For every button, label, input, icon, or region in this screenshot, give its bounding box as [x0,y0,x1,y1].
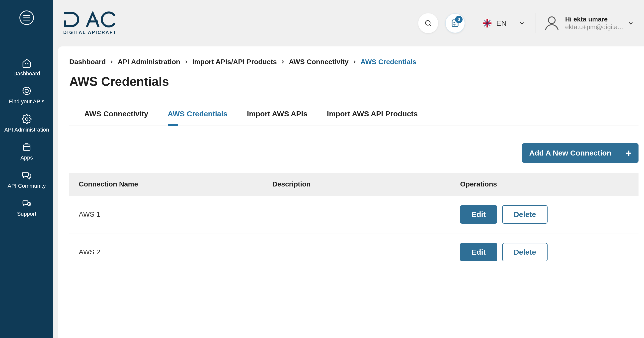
sidebar-nav: Dashboard Find your APIs API Administrat… [0,57,53,217]
table-row: AWS 2 Edit Delete [69,233,638,271]
search-button[interactable] [418,13,438,33]
tab-aws-credentials[interactable]: AWS Credentials [168,110,228,126]
sidebar-item-label: Dashboard [13,70,40,77]
tab-import-aws-apis[interactable]: Import AWS APIs [247,110,308,126]
sidebar-item-support[interactable]: Support [14,198,39,217]
breadcrumb: Dashboard API Administration Import APIs… [69,58,638,66]
sidebar-item-apps[interactable]: Apps [18,141,36,161]
tab-aws-connectivity[interactable]: AWS Connectivity [84,110,148,126]
language-label: EN [496,19,507,28]
user-menu[interactable]: Hi ekta umare ekta.u+pm@digita... [543,14,634,32]
connections-table: Connection Name Description Operations A… [69,173,638,271]
menu-toggle-button[interactable] [20,11,34,25]
sidebar-item-label: API Community [8,183,46,189]
gear-icon [21,114,32,125]
chevron-down-icon [519,20,525,27]
sidebar: Dashboard Find your APIs API Administrat… [0,0,53,338]
cell-connection-name: AWS 1 [69,196,263,233]
sidebar-item-dashboard[interactable]: Dashboard [11,57,42,77]
search-icon [424,19,432,27]
page-title: AWS Credentials [69,74,638,89]
logo-mark [63,12,116,29]
sidebar-item-label: API Administration [4,127,49,133]
col-operations: Operations [450,173,638,196]
divider [472,13,472,33]
edit-button[interactable]: Edit [460,243,497,261]
home-icon [21,57,32,68]
sidebar-item-find-apis[interactable]: Find your APIs [6,85,47,105]
sidebar-item-community[interactable]: API Community [5,170,48,189]
chevron-right-icon [280,59,285,64]
svg-rect-5 [24,145,30,150]
add-connection-label: Add A New Connection [522,143,619,163]
cell-description [263,233,451,271]
col-connection-name: Connection Name [69,173,263,196]
cell-description [263,196,451,233]
svg-point-3 [25,89,28,93]
sidebar-item-label: Apps [20,154,33,161]
svg-point-7 [426,21,430,25]
svg-point-1 [28,63,28,64]
target-icon [21,85,32,96]
delete-button[interactable]: Delete [502,243,548,261]
chevron-right-icon [352,59,357,64]
sidebar-item-api-admin[interactable]: API Administration [2,114,52,133]
user-email: ekta.u+pm@digita... [565,23,623,31]
table-row: AWS 1 Edit Delete [69,196,638,233]
svg-point-9 [548,17,555,24]
plus-icon: + [619,143,638,163]
content-card: Dashboard API Administration Import APIs… [58,46,644,338]
tabs: AWS Connectivity AWS Credentials Import … [69,100,638,126]
community-icon [21,170,32,181]
apps-icon [21,141,32,152]
flag-uk-icon [483,19,492,28]
notifications-badge: 0 [455,16,462,23]
chevron-down-icon [628,20,634,27]
tab-import-aws-api-products[interactable]: Import AWS API Products [327,110,418,126]
chevron-right-icon [109,59,114,64]
delete-button[interactable]: Delete [502,205,548,224]
svg-point-2 [23,87,30,95]
breadcrumb-item[interactable]: API Administration [118,58,180,66]
language-selector[interactable]: EN [479,19,528,28]
avatar-icon [543,14,561,32]
svg-point-4 [26,118,28,120]
sidebar-item-label: Support [17,211,36,217]
breadcrumb-item-current: AWS Credentials [361,58,416,66]
divider [536,13,536,33]
edit-button[interactable]: Edit [460,205,497,224]
breadcrumb-item[interactable]: Dashboard [69,58,106,66]
tasks-button[interactable]: 0 [445,13,465,33]
logo[interactable]: DIGITAL APICRAFT [63,12,117,35]
col-description: Description [263,173,451,196]
breadcrumb-item[interactable]: AWS Connectivity [289,58,349,66]
svg-point-0 [25,63,26,64]
support-icon [21,198,32,209]
cell-connection-name: AWS 2 [69,233,263,271]
chevron-right-icon [184,59,189,64]
sidebar-item-label: Find your APIs [9,98,44,105]
header: DIGITAL APICRAFT 0 EN [53,0,644,46]
breadcrumb-item[interactable]: Import APIs/API Products [192,58,277,66]
user-greeting: Hi ekta umare [565,16,623,23]
logo-subtitle: DIGITAL APICRAFT [63,30,117,35]
add-connection-button[interactable]: Add A New Connection + [522,143,638,163]
